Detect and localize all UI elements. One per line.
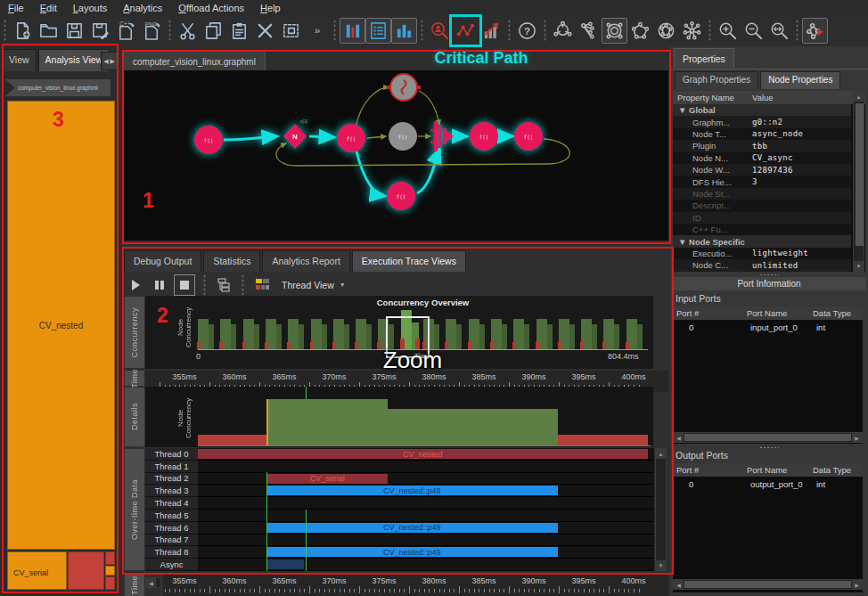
properties-scrollbar[interactable]: ▲ ▼ (853, 91, 864, 272)
timeline-bar[interactable] (266, 559, 305, 569)
copy-icon[interactable] (201, 18, 226, 44)
property-row[interactable]: Node W...12897436 (673, 164, 851, 176)
scroll-down-icon[interactable]: ▼ (656, 560, 666, 570)
layout-force-icon[interactable] (679, 18, 705, 44)
menu-offload-actions[interactable]: Offload Actions (170, 2, 252, 14)
timeline-bar[interactable]: CV_serial (266, 474, 389, 484)
treemap-cv-nested[interactable]: CV_nested (7, 101, 115, 550)
trace-tab-statistics[interactable]: Statistics (203, 250, 260, 272)
open-file-icon[interactable] (36, 18, 61, 44)
graph-node-buffer[interactable] (387, 74, 421, 101)
properties-subtab-node-properties[interactable]: Node Properties (760, 71, 840, 89)
help-icon[interactable]: ? (514, 18, 540, 44)
graph-node-mid[interactable]: f() (337, 124, 365, 152)
port-cell[interactable]: int (816, 479, 825, 491)
property-row[interactable]: Node St... (673, 188, 851, 200)
section-tab-details[interactable]: Details (125, 388, 144, 446)
trace-tab-debug-output[interactable]: Debug Output (124, 250, 201, 272)
graph-node-gray[interactable]: f() (389, 122, 417, 151)
select-group-icon[interactable] (278, 18, 304, 44)
port-cell[interactable]: int (816, 322, 825, 334)
thread-row[interactable] (198, 461, 654, 473)
performance-icon[interactable] (479, 18, 504, 44)
property-row[interactable]: Plugintbb (673, 140, 851, 151)
zoom-in-icon[interactable] (715, 18, 741, 44)
ruler-scroll-left[interactable]: ◀ (145, 577, 161, 588)
splitter-grip[interactable] (759, 274, 779, 276)
tab-scroll-arrows[interactable]: ◀ ▶ (101, 52, 118, 70)
menu-file[interactable]: File (0, 2, 32, 14)
menu-help[interactable]: Help (252, 2, 289, 14)
splitter-grip[interactable] (759, 446, 779, 449)
layout-caged-icon[interactable] (653, 18, 679, 44)
property-row[interactable]: Node N...CV_async (673, 152, 851, 164)
graph-node-out1[interactable]: f() (470, 122, 498, 151)
input-ports-hscroll[interactable]: ◀▶ (673, 432, 863, 443)
thread-scrollbar[interactable]: ▲ ▼ (655, 448, 667, 571)
play-button[interactable] (126, 275, 145, 295)
properties-subtab-graph-properties[interactable]: Graph Properties (675, 71, 758, 89)
treemap-red-block[interactable] (68, 551, 104, 590)
thread-view-dropdown[interactable]: Thread View ▼ (282, 280, 346, 290)
property-row[interactable]: Node C...unlimited (673, 259, 851, 271)
find-node-icon[interactable] (427, 18, 453, 44)
menu-edit[interactable]: Edit (32, 2, 65, 14)
new-file-icon[interactable] (10, 18, 36, 44)
menu-analytics[interactable]: Analytics (115, 2, 170, 14)
splitter-grip[interactable] (381, 247, 404, 249)
property-row[interactable]: DFS Hie...3 (673, 176, 851, 187)
treemap-small-cell[interactable] (105, 566, 115, 576)
save-icon[interactable] (61, 18, 87, 44)
save-as-icon[interactable] (87, 18, 113, 44)
timeline-bar[interactable]: CV_nested::p49 (266, 523, 558, 533)
timeline-bar[interactable]: CV_nested (198, 449, 648, 459)
thread-row[interactable]: CV_nested (198, 448, 654, 461)
layout-circular-icon[interactable] (627, 18, 653, 44)
scroll-up-icon[interactable]: ▲ (854, 92, 864, 102)
treemap-cv-serial[interactable]: CV_serial (7, 551, 67, 590)
run-graph-icon[interactable] (802, 18, 828, 44)
graph-node-lower[interactable]: f() (387, 182, 415, 210)
trace-tab-analytics-report[interactable]: Analytics Report (262, 250, 349, 272)
section-tab-concurrency[interactable]: Concurrency (125, 297, 144, 368)
scroll-down-icon[interactable]: ▼ (854, 261, 864, 271)
critical-path-icon[interactable] (453, 18, 479, 44)
treemap-small-cell[interactable] (105, 551, 115, 565)
scroll-left-icon[interactable]: ◀ (146, 578, 156, 587)
histogram-view-icon[interactable] (340, 18, 365, 44)
properties-tab[interactable]: Properties (674, 48, 734, 68)
property-row[interactable]: ID (673, 212, 851, 224)
section-tab-overtime[interactable]: Over-time Data (125, 449, 144, 570)
stop-button[interactable] (174, 274, 195, 296)
treemap-small-cell[interactable] (105, 576, 115, 590)
trace-tab-execution-trace-views[interactable]: Execution Trace Views (352, 250, 466, 272)
property-row[interactable]: Descript... (673, 200, 851, 211)
port-cell[interactable]: input_port_0 (750, 322, 798, 334)
bar-chart-view-icon[interactable] (391, 18, 417, 44)
layout-organic-icon[interactable] (550, 18, 576, 44)
timeline-bar[interactable]: CV_nested::p49 (266, 486, 558, 495)
zoom-out-icon[interactable] (741, 18, 766, 44)
group-hierarchy-icon[interactable] (214, 275, 233, 295)
property-row[interactable]: Node T...async_node (673, 128, 851, 140)
graph-node-src[interactable]: f() (194, 126, 223, 154)
delete-icon[interactable] (252, 18, 278, 44)
graph-node-join[interactable] (430, 121, 454, 151)
section-tab-time[interactable]: Time (125, 371, 144, 386)
overflow-chevron-icon[interactable]: » (304, 18, 330, 44)
cut-icon[interactable] (175, 18, 201, 44)
section-tab-time-bottom[interactable]: Time (125, 575, 144, 596)
zoom-fit-icon[interactable] (766, 18, 792, 44)
pause-button[interactable] (150, 275, 169, 295)
export-png-icon[interactable]: PNG (139, 18, 165, 44)
timeline-color-map-icon[interactable] (252, 275, 272, 295)
port-cell[interactable]: 0 (689, 479, 693, 491)
breadcrumb[interactable]: computer_vision_linux.graphml (5, 79, 111, 96)
property-row[interactable]: ▼ Node Specific (673, 235, 851, 247)
layout-tree-icon[interactable] (576, 18, 602, 44)
sidebar-tab-analysis-view[interactable]: Analysis View (38, 49, 111, 71)
graph-node-out2[interactable]: f() (514, 122, 543, 151)
scroll-up-icon[interactable]: ▲ (656, 449, 666, 459)
property-row[interactable]: Graphm...g0::n2 (673, 116, 851, 127)
report-view-icon[interactable] (365, 18, 391, 44)
